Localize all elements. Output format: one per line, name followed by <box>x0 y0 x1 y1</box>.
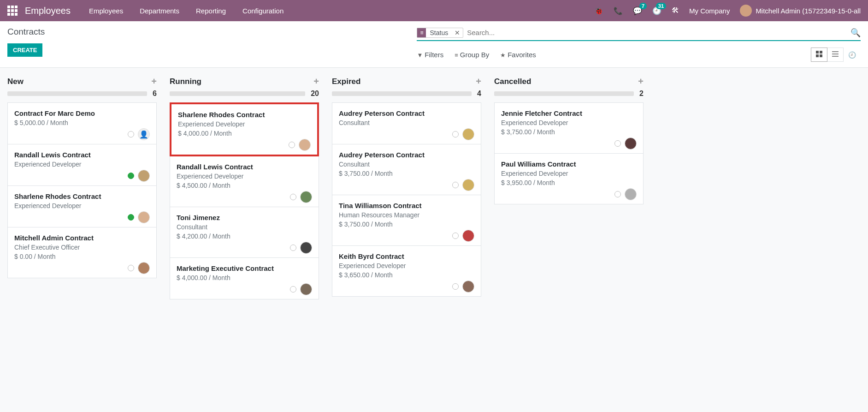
view-switcher: 🕘 <box>811 48 861 62</box>
card-role: Consultant <box>339 119 474 126</box>
nav-configuration[interactable]: Configuration <box>242 7 283 15</box>
column-add-icon[interactable]: + <box>476 76 481 87</box>
card-title: Randall Lewis Contract <box>14 151 150 159</box>
column-count: 6 <box>153 90 157 98</box>
status-dot-icon[interactable] <box>452 283 459 290</box>
column-add-icon[interactable]: + <box>638 76 644 87</box>
kanban-view-button[interactable] <box>811 48 827 62</box>
card-title: Randall Lewis Contract <box>177 163 312 171</box>
status-dot-icon[interactable] <box>452 182 459 188</box>
tools-icon[interactable]: 🛠 <box>672 6 679 15</box>
status-dot-icon[interactable] <box>289 142 295 148</box>
activity-icon[interactable]: 🕘31 <box>652 6 661 15</box>
phone-icon[interactable]: 📞 <box>614 6 623 15</box>
status-dot-icon[interactable] <box>614 140 621 147</box>
column-progressbar[interactable] <box>332 91 472 96</box>
card-role: Chief Executive Officer <box>14 244 150 251</box>
card-title: Keith Byrd Contract <box>339 252 474 260</box>
chat-icon[interactable]: 💬7 <box>633 6 642 15</box>
status-dot-icon[interactable] <box>128 265 134 271</box>
status-dot-icon[interactable] <box>290 286 296 293</box>
card-footer: 👤 <box>14 128 150 140</box>
bug-icon[interactable]: 🐞 <box>594 6 603 15</box>
app-title[interactable]: Employees <box>25 6 71 16</box>
nav-reporting[interactable]: Reporting <box>196 7 226 15</box>
favorites-dropdown[interactable]: ★Favorites <box>500 51 536 59</box>
search-bar[interactable]: ≡ Status ✕ 🔍 <box>417 27 861 41</box>
status-dot-icon[interactable] <box>614 191 621 197</box>
filters-dropdown[interactable]: ▼Filters <box>417 51 443 59</box>
status-dot-icon[interactable] <box>128 173 134 179</box>
kanban-card[interactable]: Audrey Peterson ContractConsultant$ 3,75… <box>332 144 481 195</box>
status-dot-icon[interactable] <box>290 245 296 251</box>
groupby-label: Group By <box>460 51 489 59</box>
card-title: Audrey Peterson Contract <box>339 151 474 159</box>
column-progressbar[interactable] <box>7 91 147 96</box>
status-dot-icon[interactable] <box>290 194 296 200</box>
card-wage: $ 3,950.00 / Month <box>501 179 637 186</box>
column-header[interactable]: Expired + <box>328 73 485 90</box>
column-header[interactable]: Cancelled + <box>490 73 647 90</box>
breadcrumb-title[interactable]: Contracts <box>7 27 417 37</box>
status-dot-icon[interactable] <box>452 233 459 239</box>
status-dot-icon[interactable] <box>128 214 134 221</box>
avatar-icon <box>462 230 474 242</box>
control-right: ≡ Status ✕ 🔍 ▼Filters ≡Group By ★Favorit… <box>417 27 861 67</box>
facet-remove-icon[interactable]: ✕ <box>452 29 463 36</box>
card-footer <box>501 188 637 200</box>
card-wage: $ 4,500.00 / Month <box>177 182 312 189</box>
status-dot-icon[interactable] <box>452 131 459 137</box>
apps-icon[interactable] <box>7 6 18 16</box>
column-title: New <box>7 77 151 86</box>
search-input[interactable] <box>467 27 850 38</box>
kanban-card[interactable]: Keith Byrd ContractExperienced Developer… <box>332 245 481 297</box>
company-selector[interactable]: My Company <box>689 7 730 15</box>
status-dot-icon[interactable] <box>128 131 134 137</box>
kanban-card[interactable]: Paul Williams ContractExperienced Develo… <box>494 153 644 204</box>
kanban-card[interactable]: Mitchell Admin ContractChief Executive O… <box>7 227 157 278</box>
column-progressbar[interactable] <box>170 91 305 96</box>
column-add-icon[interactable]: + <box>313 76 319 87</box>
kanban-card[interactable]: Audrey Peterson ContractConsultant <box>332 102 481 144</box>
kanban-card[interactable]: Sharlene Rhodes ContractExperienced Deve… <box>7 185 157 227</box>
card-role: Experienced Developer <box>14 161 150 168</box>
nav-departments[interactable]: Departments <box>140 7 179 15</box>
kanban-column: Cancelled + 2 Jennie Fletcher ContractEx… <box>490 73 647 204</box>
avatar-icon <box>299 139 311 151</box>
activity-view-button[interactable]: 🕘 <box>844 48 861 61</box>
search-icon[interactable]: 🔍 <box>850 28 861 38</box>
card-title: Contract For Marc Demo <box>14 109 150 117</box>
kanban-card[interactable]: Jennie Fletcher ContractExperienced Deve… <box>494 102 644 154</box>
column-progressbar[interactable] <box>494 91 634 96</box>
card-footer <box>14 170 150 182</box>
card-title: Jennie Fletcher Contract <box>501 109 637 117</box>
card-role: Experienced Developer <box>339 262 474 269</box>
column-title: Expired <box>332 77 476 86</box>
nav-employees[interactable]: Employees <box>89 7 123 15</box>
nav-menu: Employees Departments Reporting Configur… <box>89 7 283 15</box>
column-count: 2 <box>639 90 644 98</box>
groupby-dropdown[interactable]: ≡Group By <box>455 51 489 59</box>
card-wage: $ 4,200.00 / Month <box>177 233 312 240</box>
kanban-card[interactable]: Sharlene Rhodes ContractExperienced Deve… <box>170 102 319 156</box>
control-bar: Contracts CREATE ≡ Status ✕ 🔍 ▼Filters ≡… <box>0 21 868 68</box>
column-add-icon[interactable]: + <box>151 76 157 87</box>
create-button[interactable]: CREATE <box>7 43 42 57</box>
kanban-card[interactable]: Contract For Marc Demo$ 5,000.00 / Month… <box>7 102 157 144</box>
card-title: Mitchell Admin Contract <box>14 234 150 242</box>
kanban-card[interactable]: Tina Williamson ContractHuman Resources … <box>332 195 481 246</box>
card-role: Experienced Developer <box>177 173 312 180</box>
card-wage: $ 3,650.00 / Month <box>339 271 474 279</box>
groupby-facet-icon: ≡ <box>417 28 426 37</box>
avatar-icon <box>625 188 637 200</box>
column-title: Cancelled <box>494 77 638 86</box>
column-header[interactable]: Running + <box>166 73 323 90</box>
kanban-card[interactable]: Toni JimenezConsultant$ 4,200.00 / Month <box>170 207 319 258</box>
user-menu[interactable]: Mitchell Admin (15722349-15-0-all <box>740 5 861 17</box>
kanban-card[interactable]: Marketing Executive Contract$ 4,000.00 /… <box>170 257 319 299</box>
kanban-card[interactable]: Randall Lewis ContractExperienced Develo… <box>170 156 319 207</box>
kanban-card[interactable]: Randall Lewis ContractExperienced Develo… <box>7 144 157 186</box>
column-summary: 6 <box>4 90 160 102</box>
list-view-button[interactable] <box>827 48 844 62</box>
column-header[interactable]: New + <box>4 73 160 90</box>
